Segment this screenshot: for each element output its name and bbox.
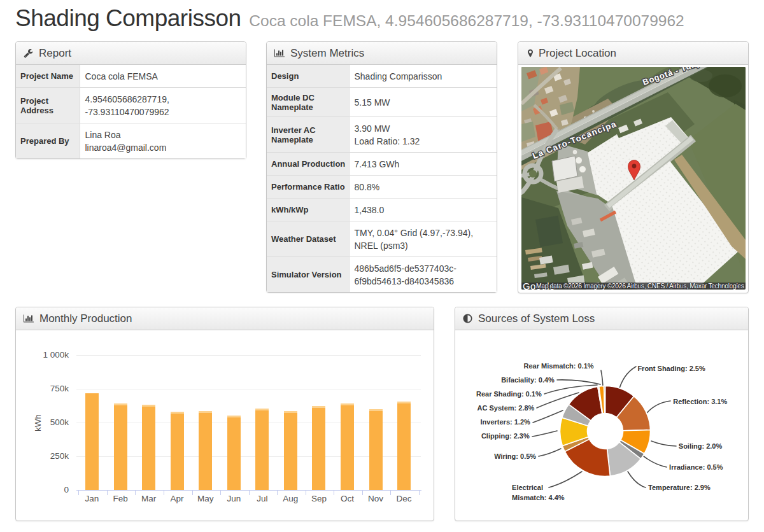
svg-text:Map data ©2026 Imagery ©2026 A: Map data ©2026 Imagery ©2026 Airbus, CNE… <box>536 282 744 290</box>
